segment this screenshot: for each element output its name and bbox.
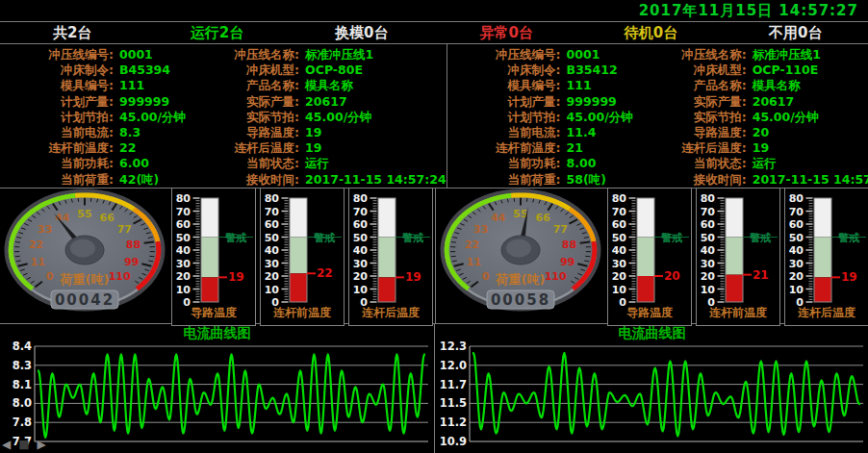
info-row: 实际产量:20617	[633, 94, 868, 110]
info-value: 6.00	[119, 156, 149, 171]
gauge-scale-number: 55	[77, 208, 91, 220]
info-row: 计划节拍:45.00/分钟	[0, 110, 186, 125]
info-label: 冲压线编号:	[447, 47, 561, 63]
info-label: 当前荷重:	[0, 172, 114, 188]
y-axis-tick-label: 8.0	[13, 396, 32, 410]
thermo-tick-label: 70	[612, 205, 627, 217]
thermometer: 01020304050607080警戒19连杆后温度	[349, 189, 432, 321]
machine-2-gauges: 0112233445566778899110荷重(吨)0005801020304…	[435, 189, 868, 323]
thermo-value: 22	[317, 266, 333, 280]
press-monitor-dashboard: { "header": { "datetime": "2017年11月15日 1…	[0, 0, 868, 453]
thermo-warning-label: 警戒	[402, 231, 424, 243]
thermo-tick-label: 70	[176, 205, 191, 217]
scroll-stop-icon[interactable]: ■	[18, 438, 29, 451]
thermo-tick-label: 50	[353, 231, 369, 243]
thermo-tick-label: 40	[612, 244, 627, 257]
gauge-scale-number: 0	[46, 270, 54, 283]
thermo-tick-label: 40	[789, 244, 804, 257]
thermo-tick-label: 20	[265, 270, 280, 283]
scroll-left-icon[interactable]: ◀	[2, 438, 11, 451]
info-value: 20	[753, 125, 769, 140]
info-column-0: 冲压线编号:0001冲床制令:B35412模具编号:111计划产量:999999…	[447, 47, 633, 188]
info-row: 产品名称:模具名称	[633, 78, 868, 93]
info-label: 当前状态:	[186, 156, 299, 171]
y-axis-tick-label: 11.2	[440, 415, 467, 429]
thermometer-panel: 01020304050607080警戒19连杆后温度	[784, 188, 868, 326]
current-curve-chart: 8.48.38.18.07.87.7	[0, 341, 434, 453]
thermo-tick-label: 60	[265, 218, 280, 231]
info-row: 计划节拍:45.00/分钟	[447, 110, 633, 125]
info-value: 111	[119, 78, 144, 93]
thermo-tick-label: 30	[265, 257, 280, 269]
info-row: 当前状态:运行	[186, 156, 447, 171]
info-row: 冲床制令:B45394	[0, 63, 186, 78]
info-label: 连杆后温度:	[633, 140, 747, 156]
thermo-tick-label: 10	[265, 283, 280, 295]
thermo-tick-label: 40	[701, 244, 716, 257]
scroll-right-icon[interactable]: ▶	[38, 438, 46, 451]
gauge-scale-number: 22	[29, 239, 43, 251]
thermo-tick-label: 80	[265, 192, 280, 205]
thermo-label: 连杆前温度	[709, 306, 767, 319]
info-value: 0001	[119, 47, 153, 63]
y-axis-tick-label: 8.4	[13, 341, 32, 353]
info-label: 当前功耗:	[447, 156, 561, 171]
thermo-label: 导路温度	[191, 306, 237, 319]
info-row: 冲压线编号:0001	[0, 47, 186, 63]
info-row: 冲床制令:B35412	[447, 63, 633, 78]
info-value: 45.00/分钟	[305, 110, 371, 125]
info-label: 冲床机型:	[633, 63, 747, 78]
thermo-tick-label: 20	[176, 270, 191, 283]
datetime-display: 2017年11月15日 14:57:27	[639, 2, 858, 20]
thermometer: 01020304050607080警戒22连杆前温度	[261, 189, 344, 321]
y-axis-tick-label: 11.7	[440, 378, 467, 391]
thermo-label: 导路温度	[626, 306, 673, 319]
thermometer-panel: 01020304050607080警戒22连杆前温度	[260, 188, 345, 326]
info-row: 当前电流:11.4	[447, 125, 633, 140]
info-value: 19	[305, 140, 321, 156]
info-label: 当前功耗:	[0, 156, 114, 171]
machine-1-info-panel: 冲压线编号:0001冲床制令:B45394模具编号:111计划产量:999999…	[0, 44, 447, 188]
thermo-tick-label: 60	[353, 218, 369, 231]
thermo-tick-label: 20	[789, 270, 804, 283]
info-value: 标准冲压线1	[753, 47, 821, 63]
info-value: 运行	[753, 156, 777, 171]
info-label: 接收时间:	[186, 172, 299, 188]
gauge-scale-number: 22	[465, 239, 479, 251]
gauge-odometer: 00058	[491, 291, 550, 309]
fleet-status-2: 换模0台	[290, 24, 434, 42]
thermo-tick-label: 30	[176, 257, 191, 269]
thermo-warning-label: 警戒	[750, 231, 772, 243]
info-value: 22	[119, 140, 136, 156]
info-label: 连杆前温度:	[447, 140, 561, 156]
thermo-tick-label: 50	[176, 231, 191, 243]
thermo-tick-label: 80	[789, 192, 804, 205]
info-row: 模具编号:111	[447, 78, 633, 93]
info-row: 当前功耗:6.00	[0, 156, 186, 171]
info-label: 连杆后温度:	[186, 140, 299, 156]
info-label: 冲压线名称:	[633, 47, 747, 63]
thermometer: 01020304050607080警戒20导路温度	[608, 189, 691, 321]
y-axis-tick-label: 12.0	[440, 359, 467, 372]
info-row: 冲床机型:OCP-110E	[633, 63, 868, 78]
info-row: 当前功耗:8.00	[447, 156, 633, 171]
info-value: B35412	[567, 63, 618, 78]
thermo-tick-label: 60	[701, 218, 716, 231]
thermo-tick-label: 20	[701, 270, 716, 283]
info-value: 0001	[567, 47, 600, 63]
info-value: 42(吨)	[119, 172, 159, 188]
gauge-scale-number: 99	[124, 256, 139, 268]
thermo-tick-label: 40	[265, 244, 280, 257]
info-row: 实际节拍:45.00/分钟	[633, 110, 868, 125]
thermo-tick-label: 70	[701, 205, 716, 217]
info-value: OCP-110E	[753, 63, 819, 78]
chart-title: 电流曲线图	[0, 324, 434, 341]
thermo-fill	[814, 277, 831, 302]
current-curve-line	[38, 355, 424, 438]
info-row: 冲床机型:OCP-80E	[186, 63, 447, 78]
info-value: 20617	[305, 94, 347, 110]
thermo-tick-label: 10	[353, 283, 369, 295]
thermo-tick-label: 80	[612, 192, 627, 205]
info-value: 21	[567, 140, 583, 156]
info-value: 45.00/分钟	[567, 110, 633, 125]
